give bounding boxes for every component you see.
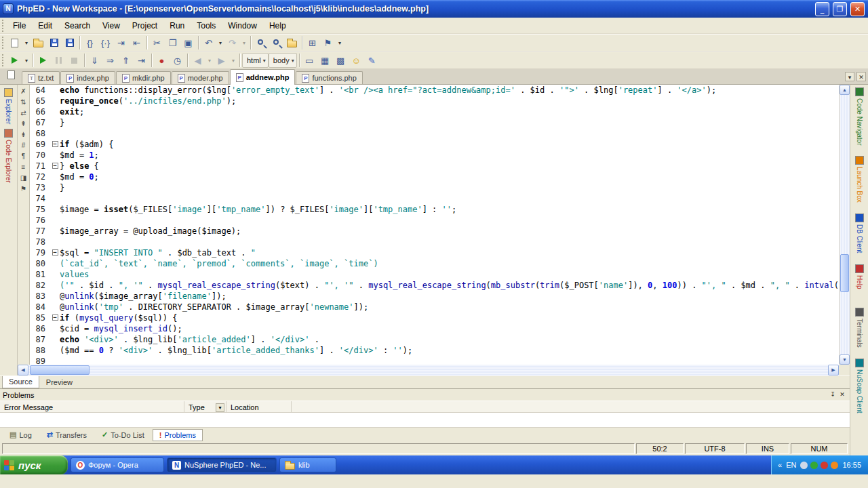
navigate-forward-dropdown[interactable]: ▾ [229, 53, 237, 68]
find-button[interactable] [253, 35, 269, 50]
body-tag-dropdown[interactable]: body▾ [269, 53, 297, 68]
panel-tab-problems[interactable]: !Problems [153, 429, 203, 441]
code-line-75[interactable]: 75$image = isset($_FILES['image']['tmp_n… [30, 204, 839, 215]
menu-file[interactable]: File [7, 19, 32, 33]
code-line-74[interactable]: 74 [30, 193, 839, 204]
vertical-scroll-track[interactable] [840, 95, 850, 354]
redo-button[interactable]: ↷ [224, 35, 240, 50]
save-file-button[interactable] [46, 35, 62, 50]
fold-marker[interactable]: − [50, 139, 60, 150]
undo-button[interactable]: ↶ [201, 35, 216, 50]
insert-image-button[interactable]: ▩ [333, 53, 349, 68]
code-line-82[interactable]: 82('" . $id . ", '" . mysql_real_escape_… [30, 280, 839, 291]
menu-view[interactable]: View [96, 19, 126, 33]
fold-collapse-icon[interactable]: − [52, 163, 58, 169]
start-button[interactable]: пуск [0, 455, 68, 474]
run-to-cursor-button[interactable]: ⇥ [134, 53, 149, 68]
close-button[interactable]: ✕ [850, 2, 865, 16]
task-opera[interactable]: OФорум - Opera [71, 458, 164, 472]
fold-collapse-icon[interactable]: − [52, 314, 58, 321]
open-file-button[interactable] [31, 35, 46, 50]
redo-dropdown[interactable]: ▾ [240, 35, 248, 50]
menu-help[interactable]: Help [263, 19, 292, 33]
code-line-78[interactable]: 78 [30, 237, 839, 247]
task-klib[interactable]: klib [279, 458, 336, 472]
navigate-back-button[interactable]: ◀ [190, 53, 205, 68]
horizontal-scroll-thumb[interactable] [30, 365, 90, 375]
goto-button[interactable]: ⊞ [304, 35, 320, 50]
arrange-icon[interactable]: ⇅ [18, 98, 29, 107]
tab-index-php[interactable]: Pindex.php [60, 71, 115, 84]
menu-grip[interactable] [2, 20, 4, 32]
copy-button[interactable]: ❐ [165, 35, 180, 50]
panel-tab-transfers[interactable]: ⇄Transfers [40, 428, 94, 441]
code-line-64[interactable]: 64echo functions::display_error($lng['er… [30, 85, 839, 96]
panel-tab-to-do-list[interactable]: ✓To-Do List [95, 428, 151, 441]
column-header-type[interactable]: Type▾ [184, 401, 226, 412]
dock-tab-explorer[interactable]: Explorer [4, 88, 13, 124]
pilcrow-icon[interactable]: ¶ [18, 152, 29, 161]
html-tag-dropdown[interactable]: html▾ [242, 53, 269, 68]
column-header-location[interactable]: Location [226, 401, 292, 412]
dock-tab-help[interactable]: Help [855, 264, 864, 289]
navigate-back-dropdown[interactable]: ▾ [205, 53, 214, 68]
step-out-button[interactable]: ⇑ [118, 53, 134, 68]
tray-chevron[interactable]: « [778, 461, 782, 469]
type-filter-dropdown[interactable]: ▾ [216, 403, 224, 412]
code-line-65[interactable]: 65require_once('../incfiles/end.php'); [30, 96, 839, 106]
undo-dropdown[interactable]: ▾ [216, 35, 224, 50]
dock-tab-code-navigator[interactable]: Code Navigator [855, 87, 864, 145]
fold-marker[interactable]: − [50, 161, 60, 171]
fold-collapse-icon[interactable]: − [52, 141, 58, 147]
code-line-70[interactable]: 70$md = 1; [30, 150, 839, 161]
list-icon[interactable]: ≡ [18, 163, 29, 172]
code-line-66[interactable]: 66exit; [30, 106, 839, 117]
paste-button[interactable]: ▣ [180, 35, 196, 50]
panel-tab-log[interactable]: ▤Log [3, 428, 39, 441]
code-line-76[interactable]: 76 [30, 215, 839, 226]
scroll-up-arrow[interactable]: ▲ [840, 85, 850, 95]
task-nusphere-phped-ne[interactable]: NNuSphere PhpED - Ne... [167, 458, 277, 472]
page-down-icon[interactable]: ⇟ [18, 130, 29, 140]
problems-list[interactable] [0, 413, 850, 427]
menu-project[interactable]: Project [126, 19, 163, 33]
column-header-error-message[interactable]: Error Message [0, 401, 184, 412]
tray-icon-mouse[interactable] [800, 462, 808, 469]
dock-tab-launch-box[interactable]: Launch Box [855, 156, 864, 203]
new-file-button[interactable] [7, 35, 22, 50]
dock-tab-code-explorer[interactable]: Code Explorer [4, 129, 13, 183]
code-template-button[interactable]: {·} [98, 35, 113, 50]
code-line-71[interactable]: 71−} else { [30, 161, 839, 171]
code-line-67[interactable]: 67} [30, 117, 839, 128]
code-line-89[interactable]: 89 [30, 356, 839, 365]
toggle-breakpoint-button[interactable]: ● [154, 53, 170, 68]
code-line-88[interactable]: 88($md == 0 ? '<div>' . $lng_lib['articl… [30, 345, 839, 356]
code-line-73[interactable]: 73} [30, 182, 839, 193]
bookmark-icon[interactable]: ⚑ [18, 184, 29, 194]
page-up-icon[interactable]: ⇞ [18, 119, 29, 129]
code-line-81[interactable]: 81values [30, 269, 839, 280]
vertical-scroll-thumb[interactable] [840, 254, 849, 292]
edit-style-button[interactable]: ✎ [364, 53, 380, 68]
code-line-72[interactable]: 72$md = 0; [30, 171, 839, 182]
outdent-button[interactable]: ⇤ [129, 35, 144, 50]
run-dropdown[interactable]: ▾ [22, 53, 31, 68]
hash-icon[interactable]: # [18, 141, 29, 150]
toolbar-run-grip[interactable] [2, 54, 4, 66]
vertical-scrollbar[interactable]: ▲ ▼ [839, 85, 850, 365]
menu-window[interactable]: Window [222, 19, 263, 33]
new-tab-button[interactable] [3, 67, 19, 82]
view-tab-source[interactable]: Source [2, 376, 39, 388]
tray-icon-antivirus[interactable] [810, 462, 818, 469]
tray-icon-update[interactable] [831, 462, 838, 469]
code-line-87[interactable]: 87echo '<div>' . $lng_lib['article_added… [30, 334, 839, 345]
code-line-68[interactable]: 68 [30, 128, 839, 139]
sync-icon[interactable]: ⇄ [18, 108, 29, 118]
tab-addnew-php[interactable]: Paddnew.php [230, 69, 296, 85]
dock-tab-db-client[interactable]: DB Client [855, 214, 864, 253]
horizontal-scroll-track[interactable] [28, 365, 828, 375]
toolbar-main-grip[interactable] [2, 37, 4, 49]
cut-button[interactable]: ✂ [149, 35, 165, 50]
language-indicator[interactable]: EN [786, 461, 796, 469]
profiler-button[interactable]: ◷ [170, 53, 185, 68]
